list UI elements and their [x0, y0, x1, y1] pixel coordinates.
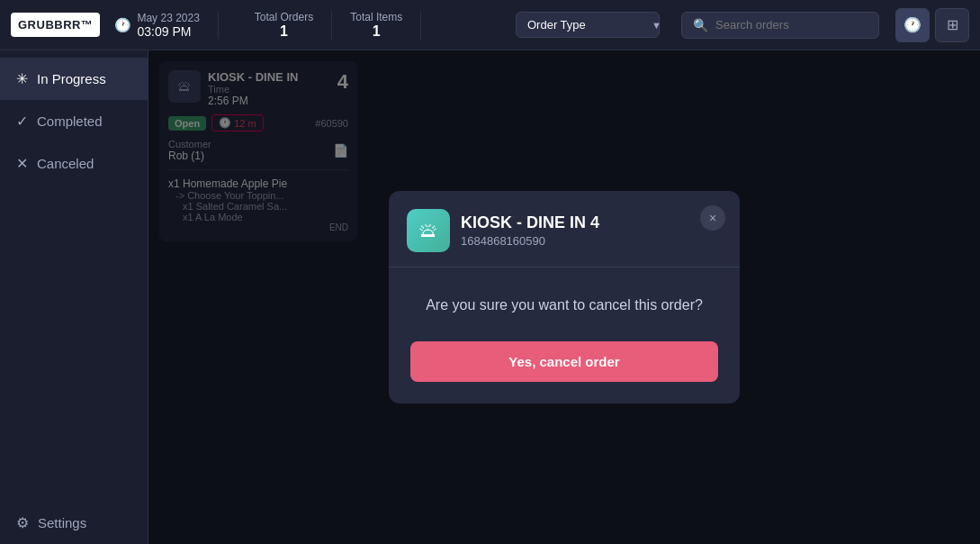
cancel-order-modal: 🛎 KIOSK - DINE IN 4 1684868160590 × Are … — [389, 191, 740, 403]
sidebar-item-completed[interactable]: ✓ Completed — [0, 100, 148, 142]
modal-body: Are you sure you want to cancel this ord… — [389, 267, 740, 403]
logo: GRUBBRR™ — [11, 13, 100, 37]
clock-icon: 🕐 — [114, 17, 131, 33]
date-display: May 23 2023 — [137, 12, 199, 24]
history-icon: 🕐 — [904, 16, 922, 33]
history-button[interactable]: 🕐 — [895, 8, 930, 42]
modal-title-section: KIOSK - DINE IN 4 1684868160590 — [461, 213, 599, 248]
search-input[interactable] — [715, 18, 868, 32]
sidebar-item-in-progress[interactable]: ✳ In Progress — [0, 58, 148, 100]
order-type-select[interactable]: Order Type All Dine In Take Out Delivery — [516, 12, 660, 38]
bell-icon: 🛎 — [418, 219, 438, 242]
modal-question: Are you sure you want to cancel this ord… — [410, 295, 718, 316]
header: GRUBBRR™ 🕐 May 23 2023 03:09 PM Total Or… — [0, 0, 980, 50]
x-circle-icon: ✕ — [16, 155, 28, 172]
sidebar-item-completed-label: Completed — [37, 113, 103, 129]
modal-subtitle: 1684868160590 — [461, 234, 599, 248]
gear-icon: ⚙ — [16, 514, 29, 531]
total-orders-label: Total Orders — [255, 11, 313, 23]
total-items-label: Total Items — [350, 11, 402, 23]
sidebar-item-in-progress-label: In Progress — [37, 71, 106, 86]
main-layout: ✳ In Progress ✓ Completed ✕ Canceled ⚙ S… — [0, 50, 980, 544]
confirm-cancel-button[interactable]: Yes, cancel order — [410, 341, 718, 382]
total-items-stat: Total Items 1 — [332, 11, 421, 40]
search-icon: 🔍 — [693, 18, 708, 32]
modal-kiosk-icon: 🛎 — [407, 209, 450, 252]
modal-overlay[interactable]: 🛎 KIOSK - DINE IN 4 1684868160590 × Are … — [148, 50, 980, 544]
grid-icon: ⊞ — [947, 16, 958, 33]
sidebar-item-canceled-label: Canceled — [37, 156, 94, 171]
modal-header: 🛎 KIOSK - DINE IN 4 1684868160590 × — [389, 191, 740, 267]
search-box: 🔍 — [681, 12, 879, 39]
sidebar-item-settings[interactable]: ⚙ Settings — [0, 502, 148, 544]
datetime-section: 🕐 May 23 2023 03:09 PM — [114, 12, 218, 39]
time-display: 03:09 PM — [137, 24, 199, 39]
total-orders-stat: Total Orders 1 — [237, 11, 332, 40]
close-icon: × — [709, 211, 716, 225]
sidebar: ✳ In Progress ✓ Completed ✕ Canceled ⚙ S… — [0, 50, 148, 544]
modal-close-button[interactable]: × — [700, 205, 725, 231]
modal-title: KIOSK - DINE IN 4 — [461, 213, 599, 232]
sidebar-item-canceled[interactable]: ✕ Canceled — [0, 142, 148, 185]
content-area: 🛎 KIOSK - DINE IN Time 2:56 PM 4 Open 🕐 … — [148, 50, 980, 544]
grid-button[interactable]: ⊞ — [935, 8, 969, 42]
check-circle-icon: ✓ — [16, 113, 28, 130]
order-type-wrapper: Order Type All Dine In Take Out Delivery… — [516, 12, 670, 38]
spinner-icon: ✳ — [16, 70, 28, 87]
total-items-value: 1 — [373, 23, 381, 40]
total-orders-value: 1 — [280, 23, 288, 40]
sidebar-item-settings-label: Settings — [38, 515, 86, 530]
